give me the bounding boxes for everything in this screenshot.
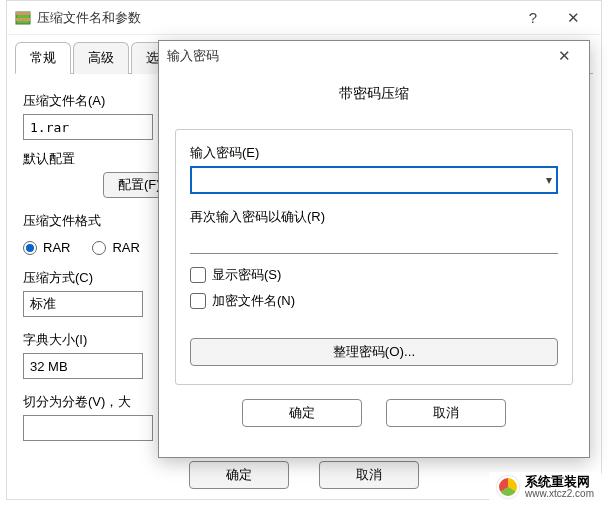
encrypt-names-label: 加密文件名(N): [212, 292, 295, 310]
watermark-text: 系统重装网: [525, 475, 594, 489]
parent-cancel-button[interactable]: 取消: [319, 461, 419, 489]
modal-title: 输入密码: [167, 47, 547, 65]
split-input[interactable]: [23, 415, 153, 441]
dict-combo[interactable]: [23, 353, 143, 379]
show-password-label: 显示密码(S): [212, 266, 281, 284]
help-button[interactable]: ?: [513, 3, 553, 33]
watermark-url: www.xtcz2.com: [525, 489, 594, 500]
close-button[interactable]: ✕: [553, 3, 593, 33]
radio-rar-label: RAR: [43, 240, 70, 255]
password-dialog: 输入密码 ✕ 带密码压缩 输入密码(E) ▾ 再次输入密码以确认(R) 显示密码…: [158, 40, 590, 458]
parent-ok-button[interactable]: 确定: [189, 461, 289, 489]
radio-rar2[interactable]: [92, 241, 106, 255]
tab-general[interactable]: 常规: [15, 42, 71, 74]
encrypt-names-checkbox[interactable]: [190, 293, 206, 309]
radio-rar2-label: RAR: [112, 240, 139, 255]
parent-title: 压缩文件名和参数: [37, 9, 513, 27]
modal-body: 带密码压缩 输入密码(E) ▾ 再次输入密码以确认(R) 显示密码(S) 加密文…: [159, 71, 589, 385]
modal-heading: 带密码压缩: [175, 85, 573, 103]
filename-input[interactable]: [23, 114, 153, 140]
modal-ok-button[interactable]: 确定: [242, 399, 362, 427]
watermark: 系统重装网 www.xtcz2.com: [489, 472, 602, 502]
radio-rar[interactable]: [23, 241, 37, 255]
modal-cancel-button[interactable]: 取消: [386, 399, 506, 427]
organize-passwords-button[interactable]: 整理密码(O)...: [190, 338, 558, 366]
watermark-icon: [497, 476, 519, 498]
password-group: 输入密码(E) ▾ 再次输入密码以确认(R) 显示密码(S) 加密文件名(N) …: [175, 129, 573, 385]
modal-button-row: 确定 取消: [159, 385, 589, 427]
password-confirm-input[interactable]: [190, 230, 558, 254]
password-input[interactable]: ▾: [190, 166, 558, 194]
modal-close-button[interactable]: ✕: [547, 43, 581, 69]
svg-rect-2: [16, 18, 30, 21]
tab-advanced[interactable]: 高级: [73, 42, 129, 74]
modal-titlebar: 输入密码 ✕: [159, 41, 589, 71]
method-combo[interactable]: [23, 291, 143, 317]
app-icon: [15, 10, 31, 26]
password-label: 输入密码(E): [190, 144, 558, 162]
password-confirm-label: 再次输入密码以确认(R): [190, 208, 558, 226]
chevron-down-icon: ▾: [546, 173, 552, 187]
parent-titlebar: 压缩文件名和参数 ? ✕: [7, 1, 601, 35]
svg-rect-1: [16, 12, 30, 15]
show-password-checkbox[interactable]: [190, 267, 206, 283]
